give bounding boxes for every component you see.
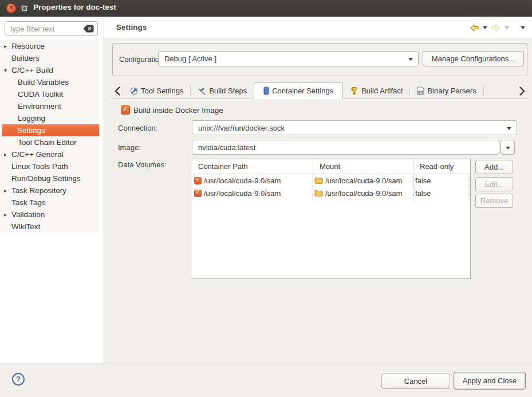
sidebar-item-build-variables[interactable]: Build Variables [0,76,99,88]
help-button[interactable]: ? [12,373,25,386]
data-volumes-table[interactable]: Container Path Mount Read-only /usr/loca… [191,159,471,279]
binary-parsers-icon: 010 [417,87,424,95]
view-menu-icon[interactable] [521,26,525,29]
container-icon [263,87,269,95]
column-separator [313,159,313,174]
tabs-scroll-left-icon[interactable] [112,83,123,99]
sidebar-item-environment[interactable]: Environment [0,100,99,112]
properties-tree: ▸Resource Builders ▾C/C++ Build Build Va… [0,40,99,233]
tabs-scroll-right-icon[interactable] [517,83,527,99]
tab-build-steps[interactable]: Build Steps [191,83,254,99]
remove-volume-button[interactable]: Remove [475,194,513,208]
configuration-group: Configuration: Debug [ Active ] Manage C… [112,43,527,76]
image-label: Image: [118,143,141,152]
page-header: Settings [104,17,532,38]
titlebar[interactable]: Properties for doc-test [0,0,532,17]
forward-history-menu-icon[interactable] [505,26,509,29]
build-inside-docker-checkbox[interactable] [121,105,130,115]
sidebar-item-task-tags[interactable]: Task Tags [0,196,99,209]
window-unmaximize-icon[interactable] [19,3,29,13]
sidebar-item-cpp-build[interactable]: ▾C/C++ Build [0,64,99,76]
row-checkbox[interactable] [194,190,202,197]
configuration-combo[interactable]: Debug [ Active ] [158,51,419,66]
sidebar: type filter text ▸Resource Builders ▾C/C… [0,17,104,363]
add-volume-button[interactable]: Add... [475,160,513,174]
clear-filter-icon[interactable] [83,25,94,33]
column-separator [313,174,313,199]
chevron-down-icon [507,127,511,130]
sidebar-item-cpp-general[interactable]: ▸C/C++ General [0,148,99,160]
table-row[interactable]: /usr/local/cuda-9.0/sam /usr/local/cuda-… [191,174,470,187]
chevron-right-icon[interactable]: ▸ [4,148,10,160]
window-title: Properties for doc-test [33,3,116,11]
connection-label: Connection: [118,124,157,132]
connection-combo[interactable]: unix:///var/run/docker.sock [192,120,517,135]
column-read-only[interactable]: Read-only [413,159,470,174]
sidebar-item-task-repository[interactable]: ▸Task Repository [0,184,99,196]
filter-input[interactable]: type filter text [5,21,98,36]
edit-volume-button[interactable]: Edit... [475,177,513,191]
cancel-button[interactable]: Cancel [381,373,450,389]
sidebar-item-resource[interactable]: ▸Resource [0,40,99,52]
filter-placeholder: type filter text [10,25,83,33]
build-steps-icon [198,87,206,95]
sidebar-item-logging[interactable]: Logging [0,112,99,124]
folder-icon [314,190,323,196]
tab-binary-parsers[interactable]: 010 Binary Parsers [410,83,483,99]
image-dropdown-button[interactable] [501,140,515,155]
column-separator [413,174,413,199]
sidebar-item-linux-tools-path[interactable]: Linux Tools Path [0,160,99,172]
sidebar-item-wikitext[interactable]: WikiText [0,221,99,233]
table-row[interactable]: /usr/local/cuda-9.0/sam /usr/local/cuda-… [191,187,470,199]
image-input[interactable]: nvidia/cuda:latest [192,140,499,155]
build-artifact-icon [350,87,358,95]
sidebar-item-builders[interactable]: Builders [0,52,99,64]
build-inside-docker-label: Build inside Docker Image [133,106,223,115]
column-mount[interactable]: Mount [313,159,413,174]
tab-separator [483,85,484,96]
tab-build-artifact[interactable]: Build Artifact [343,83,409,99]
settings-tabbar: Tool Settings Build Steps Container Sett… [112,83,527,99]
tab-tool-settings[interactable]: Tool Settings [123,83,190,99]
properties-dialog: Properties for doc-test type filter text… [0,0,532,397]
chevron-down-icon [408,58,413,61]
chevron-right-icon[interactable]: ▸ [4,209,10,221]
manage-configurations-button[interactable]: Manage Configurations... [423,51,524,66]
back-history-menu-icon[interactable] [483,26,487,29]
sidebar-item-run-debug-settings[interactable]: Run/Debug Settings [0,172,99,184]
sidebar-item-tool-chain-editor[interactable]: Tool Chain Editor [0,136,99,148]
window-close-icon[interactable] [6,3,16,13]
sidebar-item-cuda-toolkit[interactable]: CUDA Toolkit [0,88,99,100]
settings-page: Configuration: Debug [ Active ] Manage C… [104,38,532,363]
chevron-down-icon[interactable]: ▾ [4,64,10,76]
column-separator [413,159,413,174]
column-container-path[interactable]: Container Path [191,159,313,174]
chevron-right-icon[interactable]: ▸ [4,184,10,196]
page-title: Settings [116,23,147,32]
chevron-right-icon[interactable]: ▸ [4,40,10,52]
forward-arrow-icon[interactable] [491,23,501,32]
tab-container-settings[interactable]: Container Settings [254,82,343,99]
back-arrow-icon[interactable] [470,23,479,32]
column-separator [470,174,470,199]
button-bar: ? Cancel Apply and Close [0,363,532,397]
chevron-down-icon [506,147,510,150]
apply-and-close-button[interactable]: Apply and Close [454,372,526,390]
folder-icon [314,177,323,184]
sidebar-item-validation[interactable]: ▸Validation [0,209,99,221]
sidebar-item-settings[interactable]: Settings [2,124,99,136]
data-volumes-label: Data Volumes: [118,160,167,169]
table-header[interactable]: Container Path Mount Read-only [191,159,470,174]
svg-text:010: 010 [419,91,424,94]
row-checkbox[interactable] [194,177,202,184]
tool-settings-icon [130,87,138,95]
